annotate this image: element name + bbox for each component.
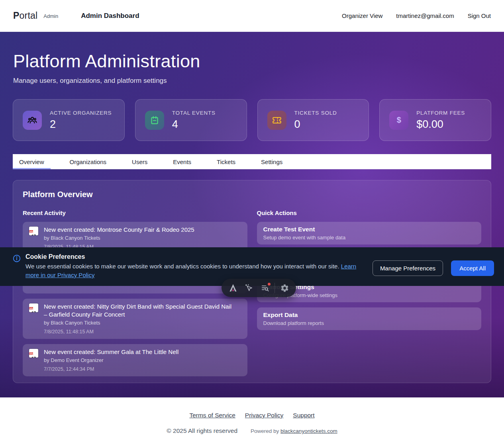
users-icon [23,111,42,130]
tab-organizations[interactable]: Organizations [63,154,113,169]
calendar-emoji-icon: July 17 [29,349,38,358]
stat-card-total-events: TOTAL EVENTS 4 [135,99,247,141]
cookie-banner-message: We use essential cookies to make our web… [25,262,369,280]
ticket-icon [267,111,286,130]
activity-item: July 17 New event created: Summer Gala a… [23,344,247,376]
recent-activity-heading: Recent Activity [23,209,247,216]
navbar-actions: Organizer View tmartinez@gmail.com Sign … [342,12,491,19]
activity-title: New event created: Montrose County Fair … [44,226,194,234]
notification-dot [268,283,271,286]
recent-activity-column: Recent Activity July 17 New event create… [23,209,247,376]
toolbar-divider [275,283,275,293]
assistant-logo-icon[interactable] [227,282,239,294]
info-icon [12,254,21,286]
admin-main-section: Platform Administration Manage users, or… [0,32,504,397]
page-title: Admin Dashboard [81,12,139,20]
footer-links: Terms of Service Privacy Policy Support [189,412,314,419]
accept-all-button[interactable]: Accept All [451,260,494,276]
support-link[interactable]: Support [293,412,314,419]
activity-title: New event created: Summer Gala at The Li… [44,348,178,356]
activity-time: 7/8/2025, 11:48:15 AM [44,329,235,335]
copyright-text: © 2025 All rights reserved [167,427,237,434]
stat-label: PLATFORM FEES [416,110,465,116]
manage-preferences-button[interactable]: Manage Preferences [373,260,443,276]
page-footer: Terms of Service Privacy Policy Support … [0,397,504,448]
calendar-emoji-icon: July 17 [29,227,38,235]
stat-value: 2 [50,118,112,131]
stat-label: ACTIVE ORGANIZERS [50,110,112,116]
powered-by-link[interactable]: blackcanyontickets.com [280,428,337,434]
list-search-icon[interactable] [259,282,271,294]
tab-users[interactable]: Users [126,154,154,169]
activity-item: July 17 New event created: Nitty Gritty … [23,299,247,339]
stat-value: 4 [172,118,216,131]
admin-tabs: Overview Organizations Users Events Tick… [13,154,491,169]
hero-title: Platform Administration [0,32,504,72]
gear-icon[interactable] [278,282,291,294]
sign-out-link[interactable]: Sign Out [468,12,491,19]
stat-value: $0.00 [416,118,465,131]
cursor-icon[interactable] [243,282,255,294]
privacy-policy-footer-link[interactable]: Privacy Policy [245,412,283,419]
calendar-emoji-icon: July 17 [29,303,38,312]
dollar-icon: $ [389,111,408,130]
stats-row: ACTIVE ORGANIZERS 2 TOTAL EVENTS 4 [13,99,491,141]
tab-events[interactable]: Events [167,154,198,169]
cookie-banner-title: Cookie Preferences [25,253,369,260]
activity-time: 7/7/2025, 12:44:34 PM [44,366,178,372]
powered-by-text: Powered by blackcanyontickets.com [251,428,337,434]
hero-subtitle: Manage users, organizations, and platfor… [0,72,504,85]
overlay-toolbar[interactable] [222,279,296,297]
organizer-view-link[interactable]: Organizer View [342,12,382,19]
activity-by: by Black Canyon Tickets [44,320,235,326]
admin-badge: Admin [43,13,58,19]
tab-settings[interactable]: Settings [255,154,289,169]
activity-by: by Demo Event Organizer [44,357,178,364]
terms-of-service-link[interactable]: Terms of Service [189,412,235,419]
top-navbar: Portal Admin Admin Dashboard Organizer V… [0,0,504,32]
stat-card-tickets-sold: TICKETS SOLD 0 [257,99,369,141]
quick-action-export-data[interactable]: Export Data Download platform reports [257,307,482,330]
tab-tickets[interactable]: Tickets [210,154,242,169]
user-email: tmartinez@gmail.com [396,12,454,19]
quick-action-create-test-event[interactable]: Create Test Event Setup demo event with … [257,222,482,245]
panel-title: Platform Overview [23,190,481,199]
stat-card-active-organizers: ACTIVE ORGANIZERS 2 [13,99,125,141]
quick-actions-heading: Quick Actions [257,209,482,216]
calendar-icon [145,111,164,130]
stat-label: TOTAL EVENTS [172,110,216,116]
stat-card-platform-fees: $ PLATFORM FEES $0.00 [379,99,491,141]
activity-by: by Black Canyon Tickets [44,235,194,241]
stat-label: TICKETS SOLD [294,110,337,116]
activity-title: New event created: Nitty Gritty Dirt Ban… [44,303,235,319]
tab-overview[interactable]: Overview [13,154,51,169]
stat-value: 0 [294,118,337,131]
portal-logo[interactable]: Portal [13,10,37,21]
